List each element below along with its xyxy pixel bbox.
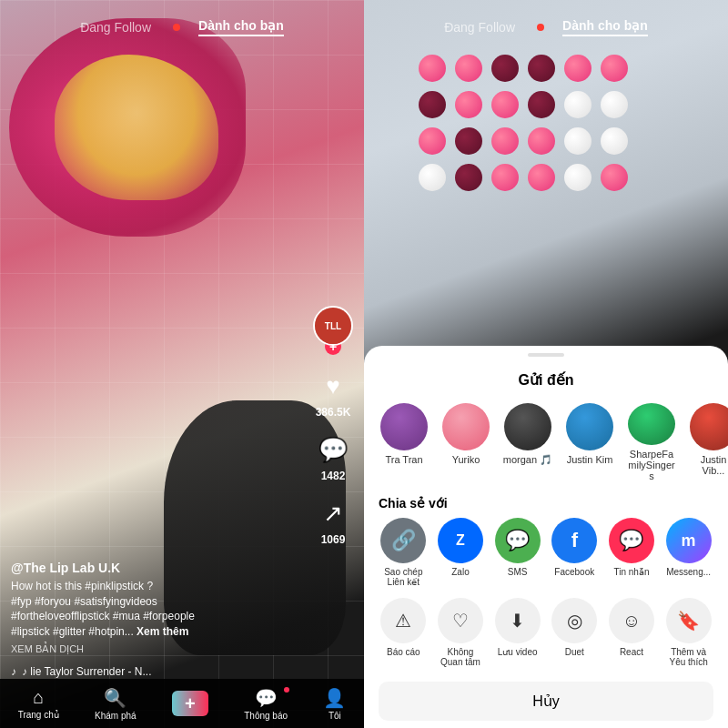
share-section-label: Chia sẻ với bbox=[364, 489, 728, 514]
nav-add[interactable]: + bbox=[172, 691, 208, 716]
friend-avatar-3 bbox=[504, 403, 551, 450]
comment-button[interactable]: 💬 1482 bbox=[317, 433, 349, 482]
action-react[interactable]: ☺ React bbox=[609, 598, 654, 667]
dot-21 bbox=[491, 164, 519, 191]
dot-24 bbox=[601, 164, 628, 191]
translate-link[interactable]: XEM BẢN DỊCH bbox=[11, 643, 309, 655]
action-not-interested[interactable]: ♡ KhôngQuan tâm bbox=[438, 598, 483, 667]
comment-icon: 💬 bbox=[317, 433, 349, 466]
creator-username[interactable]: @The Lip Lab U.K bbox=[11, 561, 309, 575]
profile-icon: 👤 bbox=[323, 687, 346, 709]
share-sms[interactable]: 💬 SMS bbox=[495, 518, 541, 587]
report-icon: ⚠ bbox=[380, 598, 426, 643]
dot-7 bbox=[419, 91, 446, 118]
notification-icon: 💬 bbox=[255, 687, 278, 709]
friend-item-5[interactable]: SharpeFamilySingers bbox=[626, 403, 677, 481]
dot-20 bbox=[455, 164, 482, 191]
friend-name-1: Tra Tran bbox=[385, 454, 422, 465]
right-top-navigation: Đang Follow Dành cho bạn bbox=[364, 18, 728, 36]
dot-10 bbox=[528, 91, 555, 118]
duet-icon: ◎ bbox=[551, 598, 597, 643]
video-description-area: @The Lip Lab U.K How hot is this #pinkli… bbox=[11, 561, 309, 655]
like-count: 386.5K bbox=[316, 406, 351, 419]
music-bar[interactable]: ♪ ♪ lie Taylor Surrender - N... bbox=[11, 665, 353, 678]
share-icon: ↗ bbox=[317, 497, 349, 530]
share-copy-link[interactable]: 🔗 Sao chépLiên kết bbox=[380, 518, 426, 587]
messenger-icon: m bbox=[666, 518, 712, 563]
dot-3 bbox=[491, 55, 519, 82]
zalo-label: Zalo bbox=[451, 567, 469, 577]
actions-row: ⚠ Báo cáo ♡ KhôngQuan tâm ⬇ Lưu video ◎ … bbox=[364, 591, 728, 674]
nav-profile[interactable]: 👤 Tôi bbox=[323, 687, 346, 721]
share-tinnhan[interactable]: 💬 Tin nhắn bbox=[609, 518, 654, 587]
right-tab-following[interactable]: Đang Follow bbox=[444, 20, 515, 35]
right-tab-for-you[interactable]: Dành cho bạn bbox=[562, 18, 648, 36]
video-description: How hot is this #pinklipstick ? #fyp #fo… bbox=[11, 579, 309, 640]
save-video-label: Lưu video bbox=[498, 647, 538, 657]
nav-discover[interactable]: 🔍 Khám phá bbox=[95, 687, 136, 721]
action-report[interactable]: ⚠ Báo cáo bbox=[380, 598, 426, 667]
friend-avatar-4 bbox=[566, 403, 613, 450]
notification-dot bbox=[284, 687, 289, 693]
friend-avatar-5 bbox=[628, 403, 675, 445]
not-interested-label: KhôngQuan tâm bbox=[440, 647, 480, 667]
cancel-button[interactable]: Hủy bbox=[379, 682, 713, 721]
action-duet[interactable]: ◎ Duet bbox=[551, 598, 597, 667]
dot-22 bbox=[528, 164, 555, 191]
action-save-video[interactable]: ⬇ Lưu video bbox=[495, 598, 541, 667]
tab-following[interactable]: Đang Follow bbox=[80, 20, 151, 35]
sms-icon: 💬 bbox=[495, 518, 541, 563]
nav-home[interactable]: ⌂ Trang chủ bbox=[18, 687, 59, 720]
dot-19 bbox=[419, 164, 446, 191]
friend-item-1[interactable]: Tra Tran bbox=[379, 403, 430, 481]
nav-notifications[interactable]: 💬 Thông báo bbox=[244, 687, 288, 721]
friend-item-6[interactable]: Justin Vib... bbox=[688, 403, 728, 481]
action-favorite[interactable]: 🔖 Thêm vàYêu thích bbox=[666, 598, 712, 667]
tinnhan-icon: 💬 bbox=[609, 518, 654, 563]
see-more-link[interactable]: Xem thêm bbox=[136, 625, 188, 638]
add-button[interactable]: + bbox=[172, 691, 208, 716]
dot-8 bbox=[455, 91, 482, 118]
heart-icon: ♥ bbox=[317, 369, 349, 402]
friend-avatar-2 bbox=[442, 403, 490, 450]
friend-item-4[interactable]: Justin Kim bbox=[564, 403, 615, 481]
messenger-label: Messeng... bbox=[666, 567, 711, 577]
top-navigation: Đang Follow Dành cho bạn bbox=[0, 18, 364, 36]
dot-1 bbox=[419, 55, 446, 82]
action-buttons: TLL + ♥ 386.5K 💬 1482 ↗ 1069 bbox=[313, 306, 353, 546]
like-button[interactable]: ♥ 386.5K bbox=[316, 369, 351, 419]
dot-13 bbox=[419, 127, 446, 155]
dot-17 bbox=[564, 127, 592, 155]
tab-for-you[interactable]: Dành cho bạn bbox=[198, 18, 284, 36]
save-video-icon: ⬇ bbox=[495, 598, 541, 643]
share-button[interactable]: ↗ 1069 bbox=[317, 497, 349, 546]
copy-link-icon: 🔗 bbox=[380, 518, 426, 563]
friend-avatar-1 bbox=[380, 403, 428, 450]
favorite-label: Thêm vàYêu thích bbox=[669, 647, 707, 667]
tinnhan-label: Tin nhắn bbox=[613, 567, 649, 577]
friend-name-5: SharpeFamilySingers bbox=[626, 449, 677, 481]
creator-avatar[interactable]: TLL bbox=[313, 306, 353, 346]
share-zalo[interactable]: Z Zalo bbox=[438, 518, 483, 587]
share-sheet: Gửi đến Tra Tran Yuriko morgan 🎵 Justin … bbox=[364, 346, 728, 728]
sheet-title: Gửi đến bbox=[364, 357, 728, 396]
dot-9 bbox=[491, 91, 519, 118]
share-messenger[interactable]: m Messeng... bbox=[666, 518, 712, 587]
react-icon: ☺ bbox=[609, 598, 654, 643]
favorite-icon: 🔖 bbox=[666, 598, 712, 643]
zalo-icon: Z bbox=[438, 518, 483, 563]
dot-4 bbox=[528, 55, 555, 82]
nav-home-label: Trang chủ bbox=[18, 710, 59, 720]
avatar-container: TLL + bbox=[313, 306, 353, 355]
friend-item-3[interactable]: morgan 🎵 bbox=[502, 403, 553, 481]
avatar-inner: TLL bbox=[315, 308, 351, 344]
facebook-icon: f bbox=[551, 518, 597, 563]
dot-6 bbox=[601, 55, 628, 82]
right-live-indicator bbox=[537, 24, 544, 31]
lipstick-dots-grid bbox=[419, 55, 628, 191]
friend-avatar-6 bbox=[690, 403, 728, 450]
nav-notifications-label: Thông báo bbox=[244, 711, 288, 721]
friend-item-2[interactable]: Yuriko bbox=[440, 403, 491, 481]
music-text: ♪ lie Taylor Surrender - N... bbox=[22, 665, 152, 678]
share-facebook[interactable]: f Facebook bbox=[551, 518, 597, 587]
